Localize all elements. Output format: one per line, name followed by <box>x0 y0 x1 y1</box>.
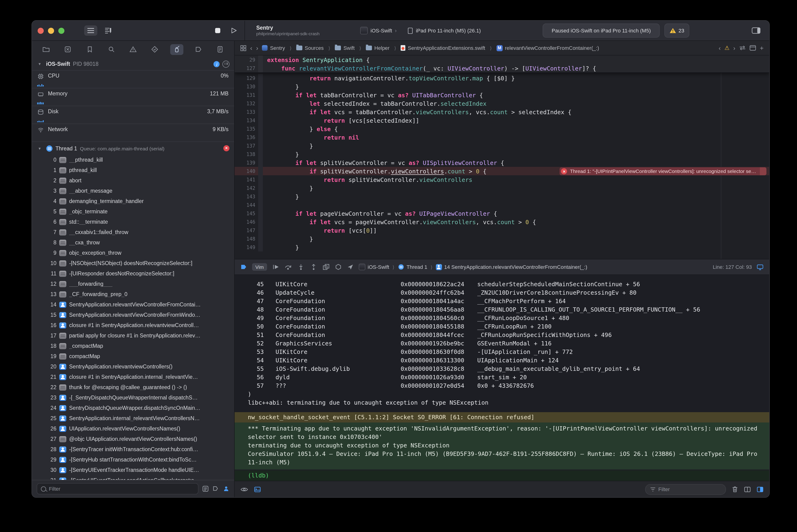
line-number[interactable]: 134 <box>235 117 258 123</box>
code-line-144[interactable]: 144 <box>235 201 769 209</box>
swap-editor-icon[interactable] <box>739 45 746 51</box>
line-number[interactable]: 140 <box>235 168 258 174</box>
code-line-146[interactable]: 146 if let vcs = pageViewController.view… <box>235 217 769 226</box>
breadcrumb-file[interactable]: SentryApplicationExtensions.swift <box>401 45 485 51</box>
inspector-toggle-icon[interactable] <box>748 25 764 36</box>
issues-badge[interactable]: 23 <box>664 23 689 38</box>
code-line-29[interactable]: 29extension SentryApplication { <box>235 55 769 64</box>
stack-frame-21[interactable]: 21closure #1 in SentryApplication.intern… <box>32 372 234 382</box>
step-out-icon[interactable] <box>310 264 317 270</box>
tests-navigator-icon[interactable] <box>148 44 162 55</box>
activity-viewer[interactable]: Sentry philprime/uiprintpanel-sdk-crash <box>251 25 353 36</box>
stack-frame-2[interactable]: 2abort <box>32 175 234 186</box>
code-line-127[interactable]: 127 func relevantViewControllerFromConta… <box>235 64 769 72</box>
breadcrumb-sources[interactable]: Sources <box>296 45 324 51</box>
code-line-147[interactable]: 147 return [vcs[0]] <box>235 226 769 234</box>
line-number[interactable]: 138 <box>235 151 258 157</box>
code-line-142[interactable]: 142 } <box>235 184 769 192</box>
source-editor[interactable]: 29extension SentryApplication {127 func … <box>235 55 769 259</box>
stack-frame-1[interactable]: 1pthread_kill <box>32 165 234 175</box>
code-line-137[interactable]: 137 } <box>235 141 769 150</box>
stack-frame-20[interactable]: 20SentryApplication.relevantviewControll… <box>32 361 234 372</box>
stack-frame-7[interactable]: 7__cxxabiv1::failed_throw <box>32 227 234 238</box>
code-line-133[interactable]: 133 if let vcs = tabBarController.viewCo… <box>235 108 769 116</box>
minimize-button[interactable] <box>48 27 54 34</box>
memory-graph-icon[interactable] <box>335 264 342 270</box>
stack-frame-22[interactable]: 22thunk for @escaping @callee_guaranteed… <box>32 382 234 393</box>
line-number[interactable]: 129 <box>235 75 258 81</box>
info-icon[interactable]: i <box>214 61 220 67</box>
stack-frame-17[interactable]: 17partial apply for closure #1 in Sentry… <box>32 330 234 341</box>
code-line-135[interactable]: 135 } else { <box>235 125 769 133</box>
show-user-frames-icon[interactable] <box>223 486 229 492</box>
stack-frame-27[interactable]: 27@objc UIApplication.relevantViewContro… <box>32 434 234 444</box>
stack-frame-0[interactable]: 0__pthread_kill <box>32 155 234 165</box>
find-navigator-icon[interactable] <box>105 44 118 55</box>
stack-frame-15[interactable]: 15SentryApplication.relevantViewControll… <box>32 310 234 320</box>
related-items-icon[interactable] <box>240 45 246 51</box>
debug-navigator-icon[interactable] <box>170 44 183 55</box>
gauge-cpu[interactable]: CPU 0% <box>32 70 234 88</box>
view-debugger-icon[interactable] <box>322 264 330 270</box>
run-button[interactable] <box>228 25 240 36</box>
line-number[interactable]: 29 <box>235 57 258 62</box>
debug-process[interactable]: iOS-Swift <box>368 264 389 270</box>
reports-navigator-icon[interactable] <box>214 44 227 55</box>
debug-console[interactable]: 45UIKitCore0x000000018622ac24schedulerSt… <box>235 275 769 481</box>
line-number[interactable]: 144 <box>235 202 258 208</box>
flatten-frames-icon[interactable] <box>212 486 219 492</box>
debug-frame[interactable]: 14 SentryApplication.relevantViewControl… <box>444 264 587 270</box>
zoom-button[interactable] <box>58 27 64 34</box>
line-number[interactable]: 146 <box>235 219 258 225</box>
code-line-139[interactable]: 139 if let splitViewController = vc as? … <box>235 158 769 167</box>
line-number[interactable]: 132 <box>235 100 258 106</box>
bookmarks-icon[interactable] <box>83 44 96 55</box>
breadcrumb-helper[interactable]: Helper <box>366 45 390 51</box>
console-filter-input[interactable]: Filter <box>645 484 726 495</box>
stack-frame-12[interactable]: 12___forwarding___ <box>32 279 234 289</box>
breakpoints-toggle-icon[interactable] <box>240 264 247 270</box>
breadcrumb-method[interactable]: MrelevantViewControllerFromContainer(_:) <box>497 45 599 51</box>
code-line-145[interactable]: 145 if let pageViewController = vc as? U… <box>235 209 769 217</box>
trash-icon[interactable] <box>731 486 738 493</box>
code-line-141[interactable]: 141 return splitViewController.viewContr… <box>235 175 769 184</box>
stack-frame-8[interactable]: 8__cxa_throw <box>32 238 234 248</box>
line-number[interactable]: 137 <box>235 143 258 149</box>
stack-frame-29[interactable]: 29-[SentryHub startTransactionWithContex… <box>32 454 234 465</box>
previous-issue-icon[interactable]: ‹ <box>719 44 721 52</box>
stack-frame-3[interactable]: 3__abort_message <box>32 186 234 196</box>
code-line-148[interactable]: 148 } <box>235 234 769 243</box>
line-number[interactable]: 141 <box>235 177 258 182</box>
pause-process-icon[interactable] <box>222 60 229 68</box>
stack-frame-30[interactable]: 30-[SentryUIEventTrackerTransactionMode … <box>32 465 234 475</box>
navigator-filter-input[interactable]: Filter <box>37 483 199 494</box>
stack-frame-23[interactable]: 23-[_SentryDispatchQueueWrapperInternal … <box>32 393 234 403</box>
line-number[interactable]: 148 <box>235 236 258 242</box>
code-line-140[interactable]: 140 if splitViewController.viewControlle… <box>235 167 769 175</box>
stack-frame-28[interactable]: 28-[SentryTracer initWithTransactionCont… <box>32 444 234 454</box>
stack-frame-10[interactable]: 10-[NSObject(NSObject) doesNotRecognizeS… <box>32 258 234 268</box>
line-number[interactable]: 130 <box>235 84 258 89</box>
close-button[interactable] <box>38 27 44 34</box>
line-number[interactable]: 133 <box>235 109 258 115</box>
line-number[interactable]: 149 <box>235 244 258 250</box>
code-line-149[interactable]: 149 } <box>235 243 769 251</box>
stack-frame-26[interactable]: 26UIApplication.relevantViewControllersN… <box>32 423 234 434</box>
project-navigator-icon[interactable] <box>39 44 53 55</box>
disclosure-chevron-icon[interactable]: ▾ <box>39 61 43 66</box>
line-number[interactable]: 131 <box>235 92 258 98</box>
line-number[interactable]: 136 <box>235 134 258 140</box>
breadcrumb-swift[interactable]: Swift <box>335 45 355 51</box>
line-number[interactable]: 145 <box>235 211 258 216</box>
stack-frame-16[interactable]: 16closure #1 in SentryApplication.releva… <box>32 320 234 330</box>
process-row[interactable]: ▾ iOS-Swift PID 98018 i <box>32 58 234 70</box>
gauge-memory[interactable]: Memory 121 MB <box>32 88 234 106</box>
code-line-138[interactable]: 138 } <box>235 150 769 158</box>
stack-frame-13[interactable]: 13_CF_forwarding_prep_0 <box>32 289 234 299</box>
vim-mode-badge[interactable]: Vim <box>252 263 267 271</box>
stack-frame-24[interactable]: 24SentryDispatchQueueWrapper.dispatchSyn… <box>32 403 234 413</box>
stack-frame-6[interactable]: 6std::__terminate <box>32 217 234 227</box>
editor-notes-icon[interactable] <box>101 25 115 36</box>
breakpoints-navigator-icon[interactable] <box>192 44 205 55</box>
thread-row[interactable]: ▾ Thread 1 Queue: com.apple.main-thread … <box>32 141 234 155</box>
